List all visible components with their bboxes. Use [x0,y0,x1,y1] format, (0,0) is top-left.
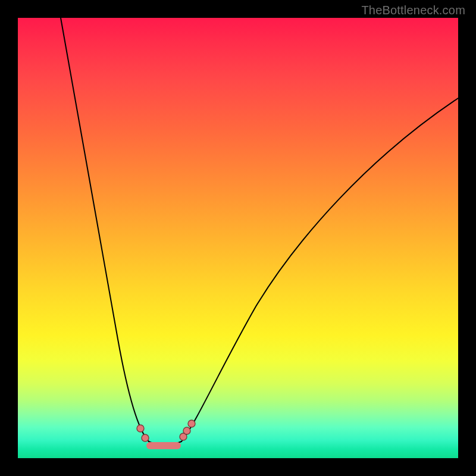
left-dot-2 [142,434,149,441]
right-dot-2 [183,427,190,434]
right-dot-3 [188,420,195,427]
chart-curve-layer [18,18,458,458]
curve-left-branch [61,18,149,441]
chart-plot-area [18,18,458,458]
marker-group [137,420,195,446]
left-dot-1 [137,425,144,432]
watermark: TheBottleneck.com [361,4,465,17]
curve-right-branch [181,98,458,441]
